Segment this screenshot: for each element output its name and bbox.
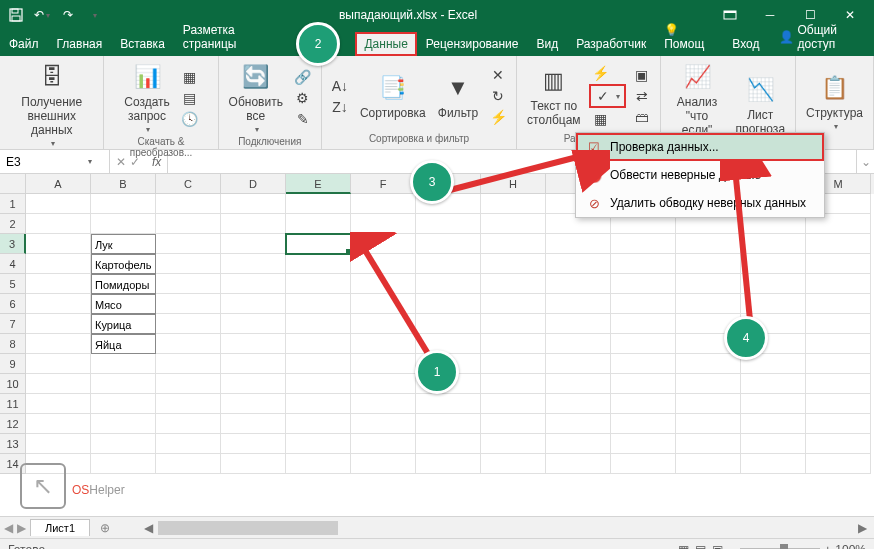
cell-K11[interactable] <box>676 394 741 414</box>
cell-A8[interactable] <box>26 334 91 354</box>
data-model-button[interactable]: 🗃 <box>630 107 654 127</box>
cell-L13[interactable] <box>741 434 806 454</box>
menu-clear-circles[interactable]: ⊘ Удалить обводку неверных данных <box>576 189 824 217</box>
cell-G3[interactable] <box>416 234 481 254</box>
cell-E2[interactable] <box>286 214 351 234</box>
cell-E14[interactable] <box>286 454 351 474</box>
cell-F6[interactable] <box>351 294 416 314</box>
cell-I5[interactable] <box>546 274 611 294</box>
edit-links-button[interactable]: ✎ <box>291 109 315 129</box>
cell-B12[interactable] <box>91 414 156 434</box>
cell-J10[interactable] <box>611 374 676 394</box>
cell-I4[interactable] <box>546 254 611 274</box>
consolidate-button[interactable]: ▦ <box>589 109 626 129</box>
cell-F11[interactable] <box>351 394 416 414</box>
row-header-4[interactable]: 4 <box>0 254 26 274</box>
row-header-13[interactable]: 13 <box>0 434 26 454</box>
tab-help[interactable]: 💡 Помощ <box>655 18 723 56</box>
advanced-button[interactable]: ⚡ <box>486 107 510 127</box>
cell-E5[interactable] <box>286 274 351 294</box>
cell-A13[interactable] <box>26 434 91 454</box>
new-sheet-button[interactable]: ⊕ <box>94 521 116 535</box>
cell-L5[interactable] <box>741 274 806 294</box>
namebox-dropdown-icon[interactable]: ▾ <box>88 157 92 166</box>
cell-B8[interactable]: Яйца <box>91 334 156 354</box>
cell-H11[interactable] <box>481 394 546 414</box>
cell-E3[interactable] <box>286 234 351 254</box>
cell-J9[interactable] <box>611 354 676 374</box>
cell-K5[interactable] <box>676 274 741 294</box>
cell-D13[interactable] <box>221 434 286 454</box>
cell-M5[interactable] <box>806 274 871 294</box>
select-all-corner[interactable] <box>0 174 26 194</box>
horizontal-scrollbar[interactable]: ◀ ▶ <box>140 520 870 536</box>
cell-B6[interactable]: Мясо <box>91 294 156 314</box>
sort-desc-button[interactable]: Z↓ <box>328 97 352 117</box>
cell-I6[interactable] <box>546 294 611 314</box>
cell-L10[interactable] <box>741 374 806 394</box>
menu-data-validation[interactable]: ☑ Проверка данных... <box>576 133 824 161</box>
cell-J6[interactable] <box>611 294 676 314</box>
cell-J7[interactable] <box>611 314 676 334</box>
cell-D1[interactable] <box>221 194 286 214</box>
cell-B3[interactable]: Лук <box>91 234 156 254</box>
qat-customize[interactable]: ▾ <box>82 3 106 27</box>
col-b[interactable]: B <box>91 174 156 194</box>
cell-A5[interactable] <box>26 274 91 294</box>
cell-J3[interactable] <box>611 234 676 254</box>
cell-F9[interactable] <box>351 354 416 374</box>
create-query-button[interactable]: 📊 Создать запрос ▾ <box>120 59 174 136</box>
cell-I12[interactable] <box>546 414 611 434</box>
cell-M10[interactable] <box>806 374 871 394</box>
cell-C3[interactable] <box>156 234 221 254</box>
cell-C8[interactable] <box>156 334 221 354</box>
name-box-input[interactable] <box>6 155 86 169</box>
cell-J4[interactable] <box>611 254 676 274</box>
cell-K14[interactable] <box>676 454 741 474</box>
cell-E4[interactable] <box>286 254 351 274</box>
cell-G13[interactable] <box>416 434 481 454</box>
cell-H2[interactable] <box>481 214 546 234</box>
cell-L11[interactable] <box>741 394 806 414</box>
cell-F14[interactable] <box>351 454 416 474</box>
cell-C11[interactable] <box>156 394 221 414</box>
cell-K12[interactable] <box>676 414 741 434</box>
cell-E1[interactable] <box>286 194 351 214</box>
row-header-12[interactable]: 12 <box>0 414 26 434</box>
cell-G4[interactable] <box>416 254 481 274</box>
sheet-tab-1[interactable]: Лист1 <box>30 519 90 536</box>
save-button[interactable] <box>4 3 28 27</box>
reapply-button[interactable]: ↻ <box>486 86 510 106</box>
cell-I14[interactable] <box>546 454 611 474</box>
row-header-8[interactable]: 8 <box>0 334 26 354</box>
view-pagebreak-button[interactable]: ▣ <box>712 543 723 550</box>
flash-fill-button[interactable]: ⚡ <box>589 63 626 83</box>
col-f[interactable]: F <box>351 174 416 194</box>
cell-L4[interactable] <box>741 254 806 274</box>
cell-A1[interactable] <box>26 194 91 214</box>
cell-C4[interactable] <box>156 254 221 274</box>
cell-D14[interactable] <box>221 454 286 474</box>
cell-H9[interactable] <box>481 354 546 374</box>
tab-home[interactable]: Главная <box>48 32 112 56</box>
cell-D7[interactable] <box>221 314 286 334</box>
cell-G5[interactable] <box>416 274 481 294</box>
cell-J11[interactable] <box>611 394 676 414</box>
tab-layout[interactable]: Разметка страницы <box>174 18 285 56</box>
cell-B7[interactable]: Курица <box>91 314 156 334</box>
view-layout-button[interactable]: ▤ <box>695 543 706 550</box>
cell-M8[interactable] <box>806 334 871 354</box>
sort-button[interactable]: 📑 Сортировка <box>356 70 430 122</box>
hscroll-right-icon[interactable]: ▶ <box>854 521 870 535</box>
cell-M11[interactable] <box>806 394 871 414</box>
cell-G6[interactable] <box>416 294 481 314</box>
cell-D2[interactable] <box>221 214 286 234</box>
share-button[interactable]: 👤Общий доступ <box>769 18 874 56</box>
col-e[interactable]: E <box>286 174 351 194</box>
cell-J5[interactable] <box>611 274 676 294</box>
row-header-3[interactable]: 3 <box>0 234 26 254</box>
cell-I11[interactable] <box>546 394 611 414</box>
col-d[interactable]: D <box>221 174 286 194</box>
cell-H1[interactable] <box>481 194 546 214</box>
cell-E11[interactable] <box>286 394 351 414</box>
